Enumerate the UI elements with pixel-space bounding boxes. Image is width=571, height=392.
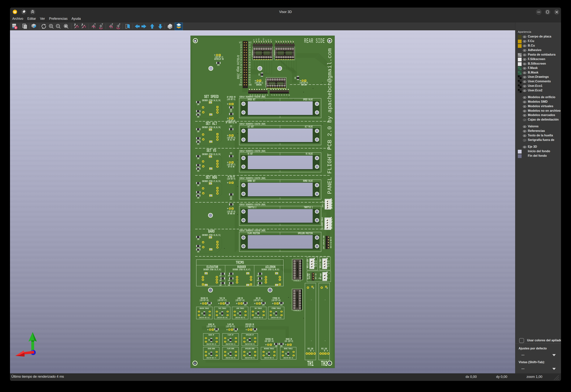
svg-text:Y: Y <box>94 23 96 25</box>
svg-text:10K: 10K <box>228 274 230 277</box>
svg-text:255: 255 <box>230 198 232 200</box>
svg-text:LED (BIT-9): LED (BIT-9) <box>285 340 293 343</box>
svg-text:10K: 10K <box>237 312 239 314</box>
svg-text:GEARS DOWN: GEARS DOWN <box>208 347 215 350</box>
svg-text:255: 255 <box>230 125 232 127</box>
svg-text:(LED BIT-17): (LED BIT-17) <box>218 299 227 302</box>
svg-text:(LED BIT-12): (LED BIT-12) <box>226 325 235 328</box>
svg-text:255: 255 <box>262 304 264 306</box>
svg-text:QH: QH <box>265 40 267 41</box>
svg-text:10K: 10K <box>197 157 200 160</box>
svg-text:255: 255 <box>215 330 218 333</box>
svg-text:255: 255 <box>230 110 232 112</box>
svg-text:10K: 10K <box>197 166 200 169</box>
svg-text:10K: 10K <box>255 312 257 314</box>
svg-text:DISPLAY 7SEGMENTOS 8 DIGITOS (: DISPLAY 7SEGMENTOS 8 DIGITOS (REAR) <box>239 123 265 126</box>
svg-text:NAV TOGGLE: NAV TOGGLE <box>255 307 262 310</box>
svg-text:(LED BIT-18): (LED BIT-18) <box>200 299 209 302</box>
svg-text:SELECTOR: SELECTOR <box>308 274 311 279</box>
svg-text:FLAPS UP: FLAPS UP <box>228 334 234 336</box>
svg-text:10K: 10K <box>197 247 200 250</box>
svg-text:074HC165_1: 074HC165_1 <box>293 280 301 282</box>
svg-text:REVERSE TOGGLE: REVERSE TOGGLE <box>264 347 274 350</box>
svg-text:X: X <box>74 23 76 25</box>
svg-text:10K: 10K <box>257 279 259 282</box>
svg-text:DISPLAY 7SEGMENTOS 8 DIGITOS (: DISPLAY 7SEGMENTOS 8 DIGITOS (REAR) <box>239 177 265 180</box>
svg-text:DISPLAY 7SEGMENTOS 8 DIGITOS (: DISPLAY 7SEGMENTOS 8 DIGITOS (REAR) <box>239 150 265 153</box>
svg-text:255: 255 <box>208 304 211 306</box>
svg-text:10K: 10K <box>197 143 200 145</box>
svg-text:DISPLAY 7SEGMENTOS 8 DIGITOS (: DISPLAY 7SEGMENTOS 8 DIGITOS (REAR) <box>239 229 265 232</box>
svg-text:GND: GND <box>268 39 269 41</box>
svg-text:A5: A5 <box>275 94 278 96</box>
svg-text:(Switch Bit-11): (Switch Bit-11) <box>199 316 210 319</box>
svg-text:10K: 10K <box>247 353 249 355</box>
svg-text:OUT POWER: OUT POWER <box>320 273 322 279</box>
svg-text:VS VALUE: VS VALUE <box>306 153 313 155</box>
svg-text:DISPLAY 7SEGMENTOS 8 DIGITOS (: DISPLAY 7SEGMENTOS 8 DIGITOS (REAR) <box>239 203 265 206</box>
svg-text:(Switch Bit-0): (Switch Bit-0) <box>245 343 255 346</box>
svg-text:OUT C IN: OUT C IN <box>315 274 317 279</box>
svg-text:A7: A7 <box>313 350 315 351</box>
svg-text:LAND TOGGLE: LAND TOGGLE <box>236 307 244 310</box>
svg-text:AP THROTTLE ON: AP THROTTLE ON <box>226 122 237 124</box>
svg-text:0: 0 <box>275 40 277 41</box>
svg-text:255: 255 <box>217 64 220 67</box>
svg-text:A8: A8 <box>327 350 328 351</box>
svg-text:10K: 10K <box>273 312 275 314</box>
svg-text:(Switch Bit-7): (Switch Bit-7) <box>206 357 216 359</box>
svg-text:10K: 10K <box>208 353 210 355</box>
svg-text:U74HC595_2: U74HC595_2 <box>273 50 276 57</box>
svg-text:REAR SIDE: REAR SIDE <box>304 37 325 45</box>
svg-text:10K: 10K <box>197 238 200 241</box>
svg-text:10K: 10K <box>197 140 200 142</box>
svg-text:(Switch Bit-8): (Switch Bit-8) <box>253 316 263 319</box>
svg-text:1: 1 <box>278 40 279 41</box>
svg-text:(Switch Bit-5): (Switch Bit-5) <box>245 357 255 359</box>
svg-text:7: 7 <box>292 40 294 41</box>
svg-text:TAXI TOGGLE: TAXI TOGGLE <box>218 307 226 310</box>
svg-text:255: 255 <box>254 330 256 333</box>
svg-text:SPOILERS POSITION: SPOILERS POSITION <box>298 232 313 235</box>
svg-text:RUMBO VALUE: RUMBO VALUE <box>303 180 313 182</box>
svg-text:POT2 POT1 GND VCC: POT2 POT1 GND VCC <box>331 218 333 229</box>
svg-text:(LED BIT-16): (LED BIT-16) <box>235 299 245 302</box>
svg-text:255: 255 <box>226 304 229 306</box>
svg-text:VCC: VCC <box>270 39 272 41</box>
svg-text:10K: 10K <box>197 251 200 253</box>
svg-text:(Switch Bit-3): (Switch Bit-3) <box>283 357 293 359</box>
svg-text:(LED BIT-13): (LED BIT-13) <box>206 325 216 328</box>
svg-text:AP ALT ON: AP ALT ON <box>228 139 234 141</box>
svg-text:A1: A1 <box>285 94 288 96</box>
svg-text:ENCODER (PINS 22,23,24): ENCODER (PINS 22,23,24) <box>202 153 221 156</box>
svg-text:ENCODER (PINS 51,49,53): ENCODER (PINS 51,49,53) <box>262 268 279 271</box>
svg-text:(Switch Bit-2): (Switch Bit-2) <box>206 343 216 346</box>
svg-text:RCLK: RCLK <box>255 39 257 41</box>
svg-text:SPOILERS DOWN: SPOILERS DOWN <box>245 347 254 350</box>
svg-text:255: 255 <box>244 304 247 306</box>
svg-text:255: 255 <box>280 304 282 306</box>
svg-text:BRILLO 7SEG: BRILLO 7SEG <box>319 259 322 268</box>
svg-text:(LED BIT-14): (LED BIT-14) <box>271 299 281 302</box>
svg-text:(OUT) DISPLAYS 7SEG: (OUT) DISPLAYS 7SEG <box>322 236 325 249</box>
svg-text:10K: 10K <box>219 284 221 287</box>
svg-text:X: X <box>82 23 83 25</box>
svg-text:10K: 10K <box>227 353 230 355</box>
svg-text:074HC165_2: 074HC165_2 <box>293 309 301 312</box>
svg-text:ENCODER (PINS 27,29,25): ENCODER (PINS 27,29,25) <box>202 180 221 183</box>
svg-text:10K: 10K <box>228 284 230 287</box>
svg-text:VCC: VCC <box>313 287 315 289</box>
svg-text:U74HC595_3: U74HC595_3 <box>264 79 267 86</box>
svg-text:A4: A4 <box>278 94 280 96</box>
svg-text:RUMBO SET: RUMBO SET <box>248 180 256 182</box>
svg-text:A7: A7 <box>270 94 273 96</box>
svg-text:10K: 10K <box>219 274 221 277</box>
svg-text:SRCLK: SRCLK <box>258 38 260 41</box>
svg-text:10K: 10K <box>257 274 259 277</box>
svg-text:ALT VALUE: ALT VALUE <box>305 126 313 128</box>
svg-text:A6: A6 <box>273 94 275 96</box>
svg-text:GND: GND <box>239 84 242 86</box>
svg-text:5: 5 <box>287 40 289 41</box>
svg-text:TRIMS: TRIMS <box>236 260 244 265</box>
svg-text:AP HDG ON: AP HDG ON <box>228 212 234 215</box>
